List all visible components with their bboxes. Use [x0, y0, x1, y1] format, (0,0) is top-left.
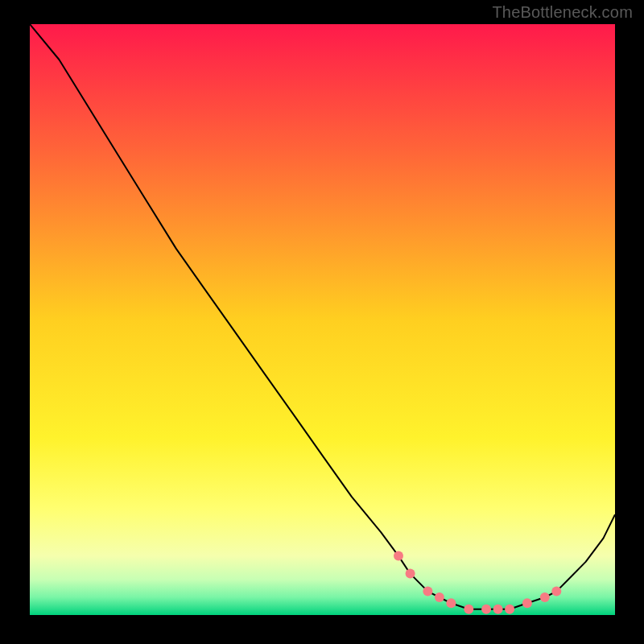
marker-dot	[551, 587, 561, 597]
marker-dot	[493, 605, 503, 614]
marker-dot	[394, 551, 403, 561]
marker-dot	[464, 605, 473, 614]
marker-dot	[540, 592, 550, 602]
marker-dot	[406, 569, 415, 579]
chart-frame: TheBottleneck.com	[0, 0, 644, 644]
marker-dot	[481, 605, 491, 614]
marker-dot	[446, 598, 456, 608]
watermark-text: TheBottleneck.com	[492, 3, 633, 22]
plot-area	[30, 24, 615, 615]
marker-dot	[423, 587, 432, 597]
marker-dot	[435, 592, 444, 602]
marker-dot	[522, 598, 532, 608]
gradient-background	[30, 24, 615, 615]
chart-svg	[30, 24, 615, 615]
marker-dot	[505, 605, 514, 614]
